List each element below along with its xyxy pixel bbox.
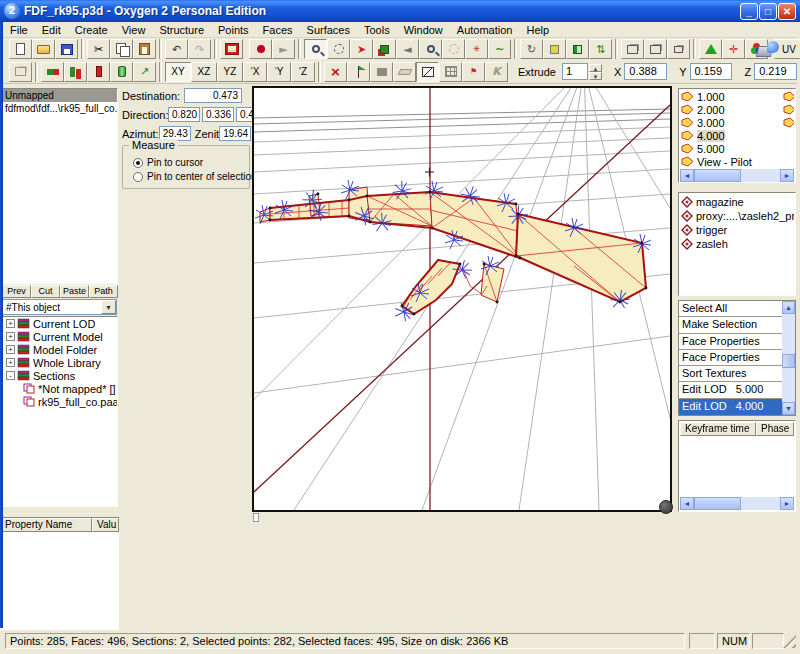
menu-view[interactable]: View [115, 23, 153, 37]
viewport-knob[interactable] [659, 500, 673, 514]
radio-icon[interactable] [133, 172, 143, 182]
save-button[interactable] [55, 39, 78, 59]
axis-x-button[interactable]: 'X [243, 62, 267, 82]
weld-points-button[interactable]: ✳ [465, 39, 488, 59]
undo-button[interactable]: ↶ [165, 39, 188, 59]
extrude-stepper[interactable]: 1 ▲▼ [562, 63, 602, 80]
scroll-right-icon[interactable]: ► [780, 497, 794, 510]
scope-dropdown[interactable]: #This object ▼ [2, 299, 117, 315]
selection-item-proxy[interactable]: proxy:....\zasleh2_proxy.00 [680, 209, 794, 223]
property-value-header[interactable]: Valu [92, 518, 119, 532]
menu-automation[interactable]: Automation [450, 23, 520, 37]
pin-to-cursor-option[interactable]: Pin to cursor [127, 157, 245, 168]
select-all-action[interactable]: Select All [679, 301, 782, 317]
tree-item-current-model[interactable]: + Current Model [3, 330, 117, 343]
title-bar[interactable]: 2 FDF_rk95.p3d - Oxygen 2 Personal Editi… [0, 0, 800, 22]
cut-path-button[interactable]: Cut [31, 285, 60, 298]
selection-item-zasleh[interactable]: zasleh [680, 237, 794, 251]
fill-square-button[interactable] [370, 62, 393, 82]
edit-lod-4-action[interactable]: Edit LOD 4.000 [679, 399, 782, 415]
menu-faces[interactable]: Faces [256, 23, 300, 37]
texture-list-item[interactable]: Unmapped [3, 89, 117, 102]
collapse-icon[interactable]: - [6, 371, 15, 380]
normals-flag-button[interactable]: ⚑ [462, 62, 485, 82]
rotate-object-button[interactable]: ↻ [520, 39, 543, 59]
triangle-info-button[interactable] [699, 39, 722, 59]
menu-surfaces[interactable]: Surfaces [300, 23, 357, 37]
open-folder-button[interactable] [32, 39, 55, 59]
wire-box-button[interactable] [416, 62, 439, 82]
menu-file[interactable]: File [3, 23, 35, 37]
path-button[interactable]: Path [89, 285, 118, 298]
scroll-left-icon[interactable]: ◄ [680, 169, 694, 182]
expand-icon[interactable]: + [6, 319, 15, 328]
axis-y-button[interactable]: 'Y [267, 62, 291, 82]
keyframe-time-header[interactable]: Keyframe time [680, 422, 756, 436]
sort-textures-action[interactable]: Sort Textures [679, 366, 782, 382]
tree-item-rk95-texture[interactable]: rk95_full_co.paa [ [3, 395, 117, 408]
edit-lod-5-action[interactable]: Edit LOD 5.000 [679, 382, 782, 398]
zoom-button[interactable] [419, 39, 442, 59]
prev-button[interactable]: Prev [2, 285, 31, 298]
menu-create[interactable]: Create [68, 23, 115, 37]
scroll-up-icon[interactable]: ▲ [782, 301, 795, 314]
select-fill-button[interactable] [373, 39, 396, 59]
edit-curve-button[interactable]: ~ [488, 39, 511, 59]
select-lasso-button[interactable] [327, 39, 350, 59]
plane-slab-button[interactable] [393, 62, 416, 82]
texture-preview-button[interactable] [220, 39, 243, 59]
record-button[interactable] [249, 39, 272, 59]
box-translate-button[interactable] [621, 39, 644, 59]
texture-list-item[interactable]: fdfmod\fdf...\rk95_full_co.paa [3, 102, 117, 115]
menu-edit[interactable]: Edit [35, 23, 68, 37]
menu-points[interactable]: Points [211, 23, 256, 37]
resize-grip[interactable] [783, 635, 796, 648]
tree-item-model-folder[interactable]: + Model Folder [3, 343, 117, 356]
points-mode-button[interactable] [41, 62, 64, 82]
lod-item-2[interactable]: 2.000 [680, 103, 794, 116]
box-rotate-button[interactable] [644, 39, 667, 59]
pin-to-center-option[interactable]: Pin to center of selection [127, 171, 245, 182]
tree-item-sections[interactable]: - Sections [3, 369, 117, 382]
face-properties-action[interactable]: Face Properties [679, 334, 782, 350]
scroll-right-icon[interactable]: ► [780, 169, 794, 182]
select-circle-button[interactable] [442, 39, 465, 59]
lod-item-5[interactable]: 5.000 [680, 142, 794, 155]
tree-item-current-lod[interactable]: + Current LOD [3, 317, 117, 330]
objects-mode-button[interactable] [87, 62, 110, 82]
action-vscrollbar[interactable]: ▲ ▼ [782, 301, 795, 415]
lod-item-3[interactable]: 3.000 [680, 116, 794, 129]
pin-flag-button[interactable] [347, 62, 370, 82]
selection-item-trigger[interactable]: trigger [680, 223, 794, 237]
keyframe-hscrollbar[interactable]: ◄ ► [680, 497, 794, 510]
faces-mode-button[interactable] [64, 62, 87, 82]
lod-hscrollbar[interactable]: ◄ ► [680, 169, 794, 182]
background-box-button[interactable] [9, 62, 32, 82]
coord-z-field[interactable]: 0.219 [754, 63, 797, 80]
cut-button[interactable]: ✂ [87, 39, 110, 59]
paste-path-button[interactable]: Paste [60, 285, 89, 298]
selection-item-magazine[interactable]: magazine [680, 195, 794, 209]
delete-cross-button[interactable]: × [324, 62, 347, 82]
make-selection-action[interactable]: Make Selection [679, 317, 782, 333]
menu-tools[interactable]: Tools [357, 23, 397, 37]
lod-item-4[interactable]: 4.000 [680, 129, 794, 142]
scroll-left-icon[interactable]: ◄ [680, 497, 694, 510]
tree-item-whole-library[interactable]: + Whole Library [3, 356, 117, 369]
axis-z-button[interactable]: 'Z [291, 62, 315, 82]
grid-toggle-button[interactable] [439, 62, 462, 82]
select-zoom-button[interactable] [304, 39, 327, 59]
select-flat-button[interactable]: ◄ [396, 39, 419, 59]
split-halves-button[interactable] [566, 39, 589, 59]
vertex-info-button[interactable]: ✛ [722, 39, 745, 59]
snap-jump-button[interactable]: ↗ [133, 62, 156, 82]
coord-x-field[interactable]: 0.388 [624, 63, 667, 80]
copy-button[interactable] [110, 39, 133, 59]
lod-item-view-pilot[interactable]: View - Pilot [680, 155, 794, 168]
phase-header[interactable]: Phase [756, 422, 794, 436]
stepper-down-icon[interactable]: ▼ [589, 72, 602, 80]
face-properties-action[interactable]: Face Properties [679, 350, 782, 366]
expand-icon[interactable]: + [6, 345, 15, 354]
tree-item-not-mapped[interactable]: *Not mapped* [] * [3, 382, 117, 395]
close-button[interactable]: ✕ [778, 3, 796, 20]
